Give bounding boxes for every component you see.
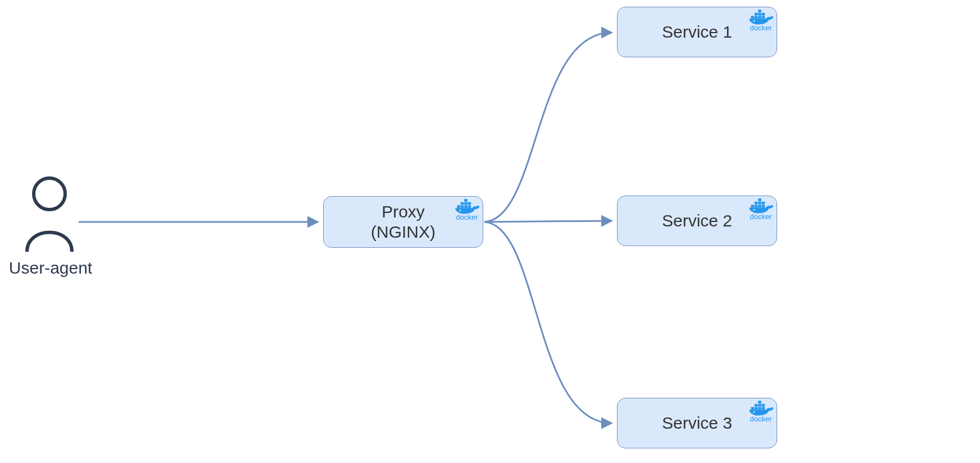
service2-node: Service 2 docker (617, 196, 777, 246)
svg-rect-25 (762, 202, 765, 205)
svg-rect-14 (755, 13, 758, 16)
docker-icon: docker (747, 197, 774, 220)
docker-label: docker (750, 213, 772, 220)
svg-rect-4 (468, 205, 471, 208)
docker-icon: docker (747, 400, 774, 423)
arrow-proxy-to-service1 (484, 33, 611, 222)
arrow-proxy-to-service2 (484, 221, 611, 222)
svg-rect-35 (758, 401, 761, 403)
docker-icon: docker (453, 198, 480, 221)
user-icon (21, 174, 78, 253)
service3-node: Service 3 docker (617, 398, 777, 448)
svg-rect-21 (758, 205, 761, 207)
svg-rect-3 (464, 205, 468, 208)
svg-rect-34 (762, 404, 765, 407)
svg-rect-1 (457, 205, 460, 208)
svg-rect-29 (755, 407, 758, 410)
service1-node: Service 1 docker (617, 7, 777, 57)
svg-rect-10 (751, 16, 754, 19)
proxy-label-line1: Proxy (371, 202, 435, 222)
service1-label: Service 1 (662, 22, 732, 42)
svg-rect-24 (758, 202, 761, 205)
svg-rect-17 (758, 10, 761, 12)
docker-icon: docker (747, 8, 774, 31)
svg-rect-13 (762, 16, 765, 19)
svg-rect-23 (755, 202, 758, 205)
svg-rect-16 (762, 13, 765, 16)
svg-point-27 (754, 209, 755, 210)
docker-label: docker (750, 24, 772, 31)
svg-rect-2 (461, 205, 464, 208)
svg-point-36 (754, 411, 755, 412)
svg-point-9 (460, 210, 461, 211)
svg-rect-19 (751, 205, 754, 207)
diagram-canvas: User-agent Proxy (NGINX) (0, 0, 980, 463)
svg-point-18 (754, 20, 755, 21)
svg-rect-22 (762, 205, 765, 207)
svg-rect-15 (758, 13, 761, 16)
svg-rect-31 (762, 407, 765, 410)
svg-rect-32 (755, 404, 758, 407)
docker-label: docker (456, 214, 478, 221)
docker-label: docker (750, 415, 772, 423)
svg-point-0 (34, 178, 65, 210)
svg-rect-30 (758, 407, 761, 410)
svg-rect-26 (758, 198, 761, 201)
svg-rect-8 (464, 199, 468, 202)
service3-label: Service 3 (662, 413, 732, 433)
proxy-node: Proxy (NGINX) docker (323, 196, 483, 248)
svg-rect-12 (758, 16, 761, 19)
svg-rect-28 (751, 407, 754, 410)
svg-rect-6 (464, 202, 468, 205)
proxy-label-line2: (NGINX) (371, 222, 435, 242)
svg-rect-20 (755, 205, 758, 207)
svg-rect-33 (758, 404, 761, 407)
arrow-proxy-to-service3 (484, 222, 611, 423)
service2-label: Service 2 (662, 211, 732, 231)
svg-rect-7 (468, 202, 471, 205)
user-agent-label: User-agent (6, 258, 96, 278)
svg-rect-5 (461, 202, 464, 205)
svg-rect-11 (755, 16, 758, 19)
arrows-layer (0, 0, 980, 463)
